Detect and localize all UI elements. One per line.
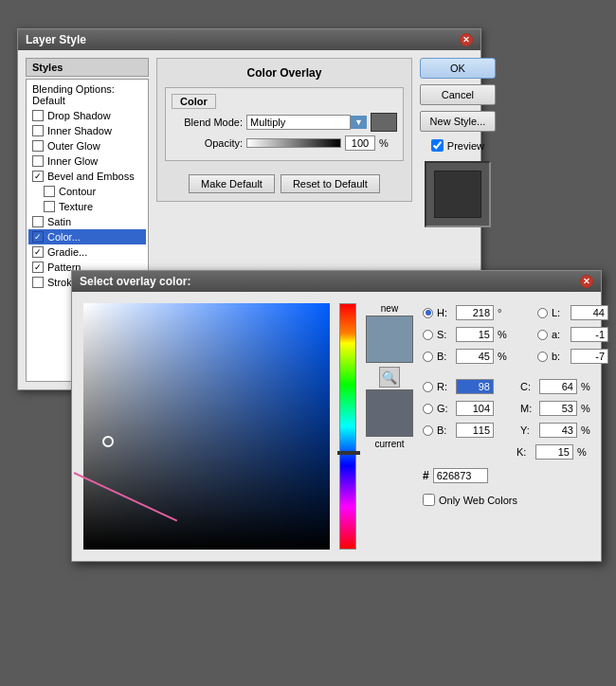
hue-slider[interactable] (339, 303, 356, 550)
opacity-row: Opacity: 100 % (172, 135, 397, 151)
k-input-row: K: % (423, 442, 608, 461)
outerglow-label: Outer Glow (47, 140, 100, 152)
current-swatch (366, 389, 413, 437)
blending-label: Blending Options: Default (32, 83, 142, 106)
reset-to-default-button[interactable]: Reset to Default (281, 174, 380, 193)
c-value[interactable] (539, 379, 577, 394)
pattern-checkbox[interactable]: ✓ (32, 262, 44, 273)
h-input-row: H: ° L: (423, 303, 608, 322)
bval-value[interactable] (456, 423, 494, 438)
innerglow-label: Inner Glow (47, 155, 98, 167)
eyedropper-button[interactable]: 🔍 (379, 367, 400, 388)
style-item-bevel[interactable]: ✓ Bevel and Emboss (28, 169, 146, 184)
h-radio[interactable] (423, 308, 433, 318)
current-label: current (374, 439, 404, 449)
blend-mode-input[interactable] (246, 115, 351, 130)
opacity-percent: % (379, 137, 389, 149)
only-web-colors-row: Only Web Colors (423, 494, 608, 506)
k-value[interactable] (535, 444, 573, 460)
innershadow-label: Inner Shadow (47, 125, 112, 136)
opacity-value[interactable]: 100 (345, 135, 375, 151)
style-item-innerglow[interactable]: Inner Glow (28, 153, 146, 169)
y-value[interactable] (539, 423, 577, 438)
ok-button[interactable]: OK (420, 58, 496, 79)
l-value[interactable] (571, 305, 608, 320)
b-radio[interactable] (423, 352, 433, 362)
style-item-contour[interactable]: Contour (28, 184, 146, 199)
color-overlay-title: Color Overlay (165, 66, 404, 80)
h-value[interactable] (456, 305, 494, 320)
s-input-row: S: % a: (423, 325, 608, 344)
contour-checkbox[interactable] (44, 186, 55, 197)
bevel-checkbox[interactable]: ✓ (32, 171, 44, 182)
style-item-outerglow[interactable]: Outer Glow (28, 138, 146, 153)
b-input-row: B: % b: (423, 347, 608, 366)
cancel-button[interactable]: Cancel (420, 84, 496, 105)
color-overlay-swatch[interactable] (371, 113, 397, 132)
color-label: Color... (47, 231, 81, 243)
g-input-row: G: M: % (423, 399, 608, 418)
k-unit: % (577, 446, 590, 458)
layer-style-titlebar: Layer Style ✕ (18, 29, 480, 50)
outerglow-checkbox[interactable] (32, 140, 44, 152)
preview-label: Preview (447, 140, 484, 152)
layer-style-title: Layer Style (26, 33, 86, 46)
style-item-color[interactable]: ✓ Color... (28, 229, 146, 244)
b2-value[interactable] (571, 349, 608, 364)
hex-input[interactable] (433, 468, 488, 483)
innerglow-checkbox[interactable] (32, 155, 44, 167)
bval-input-row: B: Y: % (423, 421, 608, 440)
s-unit: % (498, 329, 511, 340)
color-checkbox[interactable]: ✓ (32, 231, 44, 243)
stroke-checkbox[interactable] (32, 277, 44, 288)
b-unit: % (498, 351, 511, 362)
style-item-innershadow[interactable]: Inner Shadow (28, 123, 146, 138)
a-radio[interactable] (537, 330, 548, 340)
style-item-gradient[interactable]: ✓ Gradie... (28, 244, 146, 260)
satin-checkbox[interactable] (32, 216, 44, 227)
s-value[interactable] (456, 327, 494, 342)
texture-checkbox[interactable] (44, 201, 55, 212)
m-value[interactable] (539, 401, 577, 416)
r-radio[interactable] (423, 382, 433, 392)
bevel-label: Bevel and Emboss (47, 171, 135, 182)
bval-radio[interactable] (423, 425, 433, 436)
style-item-texture[interactable]: Texture (28, 199, 146, 214)
g-value[interactable] (456, 401, 494, 416)
innershadow-checkbox[interactable] (32, 125, 44, 136)
s-label: S: (437, 329, 452, 340)
only-web-colors-checkbox[interactable] (423, 494, 435, 506)
opacity-slider[interactable] (246, 138, 341, 148)
dropshadow-checkbox[interactable] (32, 110, 44, 121)
m-label: M: (520, 403, 535, 414)
make-default-button[interactable]: Make Default (189, 174, 275, 193)
r-input-row: R: C: % (423, 377, 608, 396)
preview-checkbox[interactable] (431, 139, 444, 152)
blend-mode-dropdown-arrow[interactable]: ▼ (351, 116, 367, 129)
color-gradient-area[interactable] (83, 303, 330, 550)
b-label: B: (437, 351, 452, 362)
a-value[interactable] (571, 327, 608, 342)
style-item-blending[interactable]: Blending Options: Default (28, 81, 146, 108)
h-unit: ° (498, 307, 511, 318)
c-label: C: (520, 381, 535, 392)
style-item-satin[interactable]: Satin (28, 214, 146, 229)
close-icon[interactable]: ✕ (460, 33, 473, 46)
gradient-checkbox[interactable]: ✓ (32, 246, 44, 258)
new-style-button[interactable]: New Style... (420, 111, 496, 132)
r-value[interactable] (456, 379, 494, 394)
l-radio[interactable] (537, 308, 548, 318)
g-radio[interactable] (423, 404, 433, 414)
b2-radio[interactable] (537, 352, 548, 362)
color-sub-title: Color (172, 94, 216, 109)
style-item-dropshadow[interactable]: Drop Shadow (28, 108, 146, 123)
color-picker-title: Select overlay color: (80, 275, 190, 288)
b-value[interactable] (456, 349, 494, 364)
hex-symbol: # (423, 469, 429, 482)
s-radio[interactable] (423, 330, 433, 340)
blend-mode-select-wrapper: ▼ (246, 115, 367, 130)
color-picker-close-icon[interactable]: ✕ (580, 275, 593, 288)
c-unit: % (581, 381, 594, 392)
color-picker-body: new 🔍 current H: ° L: S: % (72, 292, 601, 561)
y-label: Y: (520, 424, 535, 436)
